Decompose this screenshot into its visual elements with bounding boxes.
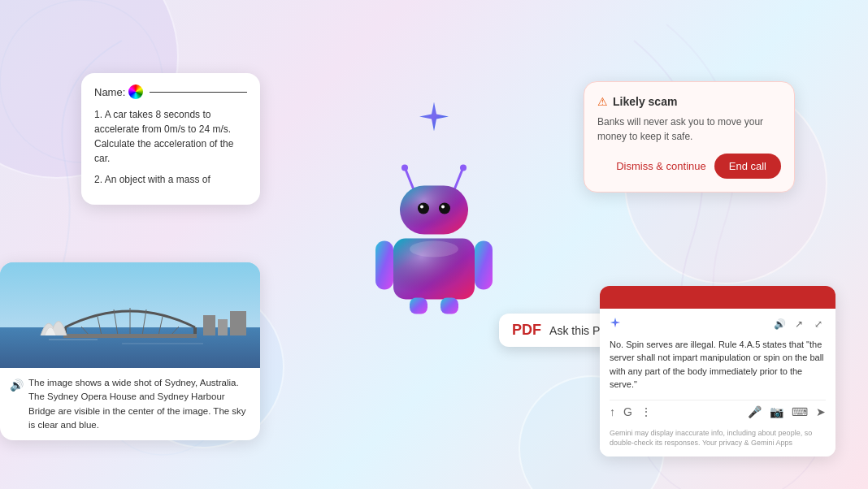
pdf-chat-card: 🔊 ↗ ⤢ No. Spin serves are illegal. Rule … [600, 286, 835, 457]
mic-icon[interactable]: 🎤 [748, 405, 762, 418]
external-link-icon[interactable]: ⤢ [811, 317, 826, 331]
math-card: Name: 1. A car takes 8 seconds to accele… [81, 73, 260, 205]
math-item-2: 2. An object with a mass of [94, 172, 247, 187]
sydney-card: 🔊 The image shows a wide shot of Sydney,… [0, 262, 260, 440]
speaker-icon: 🔊 [10, 377, 24, 394]
svg-rect-35 [441, 298, 458, 314]
name-underline [150, 92, 247, 93]
pdf-toolbar-icons-left: ↑ G ⋮ [610, 405, 652, 418]
svg-point-27 [439, 203, 450, 214]
sydney-description: 🔊 The image shows a wide shot of Sydney,… [0, 368, 260, 440]
dismiss-button[interactable]: Dismiss & continue [616, 160, 706, 172]
scam-card: ⚠ Likely scam Banks will never ask you t… [584, 81, 795, 193]
share-toolbar-icon[interactable]: ↑ [610, 405, 615, 418]
pdf-chat-inner: 🔊 ↗ ⤢ No. Spin serves are illegal. Rule … [600, 309, 835, 457]
svg-point-36 [410, 241, 458, 257]
gemini-small-star-icon [610, 317, 621, 331]
svg-point-28 [420, 206, 423, 209]
svg-rect-15 [203, 315, 215, 335]
svg-point-21 [401, 165, 408, 171]
camera-icon[interactable]: 📷 [770, 405, 783, 418]
name-label: Name: [94, 86, 125, 98]
sydney-image [0, 262, 260, 368]
scam-actions: Dismiss & continue End call [597, 154, 781, 179]
svg-line-20 [406, 170, 414, 190]
pdf-chat-icons-left [610, 317, 621, 331]
svg-rect-17 [230, 311, 246, 335]
end-call-button[interactable]: End call [714, 154, 781, 179]
svg-line-22 [454, 170, 462, 190]
android-robot [353, 133, 515, 336]
svg-point-23 [460, 165, 467, 171]
svg-rect-25 [400, 186, 468, 235]
gemini-star-icon [418, 101, 450, 133]
scam-header: ⚠ Likely scam [597, 95, 781, 108]
scam-title: Likely scam [613, 95, 677, 108]
svg-rect-34 [410, 298, 427, 314]
pdf-chat-top-bar [600, 286, 835, 309]
sydney-text: The image shows a wide shot of Sydney, A… [28, 376, 250, 432]
svg-rect-32 [375, 241, 393, 290]
svg-point-29 [441, 206, 445, 209]
svg-rect-16 [218, 319, 228, 335]
pdf-icon: PDF [512, 322, 541, 339]
sydney-scene-svg [0, 262, 260, 368]
warning-icon: ⚠ [597, 95, 608, 108]
pdf-disclaimer: Gemini may display inaccurate info, incl… [610, 428, 826, 448]
pdf-chat-icons-right: 🔊 ↗ ⤢ [772, 317, 826, 331]
android-robot-svg [369, 154, 499, 316]
svg-point-26 [418, 203, 429, 214]
scam-body: Banks will never ask you to move your mo… [597, 115, 781, 144]
color-selector [128, 84, 143, 99]
svg-rect-33 [475, 241, 493, 290]
pdf-toolbar-icons-right: 🎤 📷 ⌨ ➤ [748, 405, 826, 418]
keyboard-icon[interactable]: ⌨ [792, 405, 808, 418]
math-item-1: 1. A car takes 8 seconds to accelerate f… [94, 107, 247, 166]
svg-rect-14 [63, 334, 197, 338]
send-icon[interactable]: ➤ [816, 405, 826, 418]
pdf-chat-text: No. Spin serves are illegal. Rule 4.A.5 … [610, 338, 826, 392]
pdf-chat-toolbar: ↑ G ⋮ 🎤 📷 ⌨ ➤ [610, 400, 826, 423]
math-text: 1. A car takes 8 seconds to accelerate f… [94, 107, 247, 187]
pdf-chat-header: 🔊 ↗ ⤢ [610, 317, 826, 331]
google-icon[interactable]: G [623, 405, 632, 418]
share-icon[interactable]: ↗ [792, 317, 806, 331]
math-card-name-row: Name: [94, 84, 247, 99]
more-icon[interactable]: ⋮ [640, 405, 652, 418]
volume-icon[interactable]: 🔊 [772, 317, 787, 331]
